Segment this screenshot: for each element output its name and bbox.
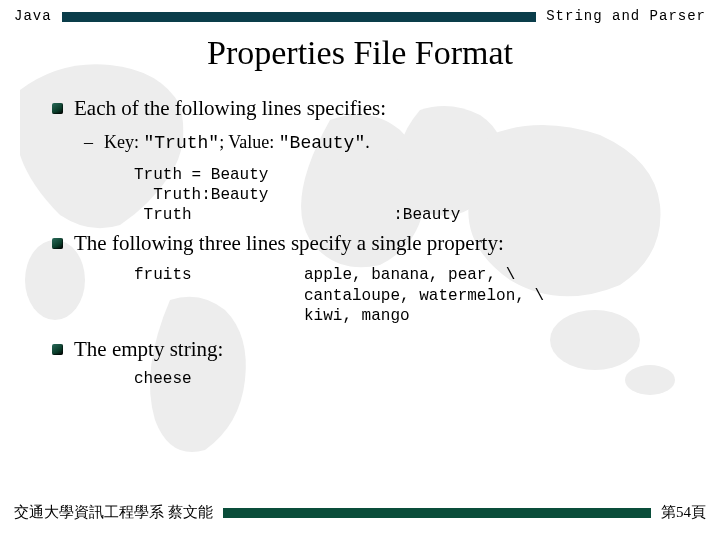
- bullet-3-text: The empty string:: [74, 337, 223, 361]
- bullet-1: Each of the following lines specifies: K…: [74, 94, 690, 225]
- code-block-2: fruits apple, banana, pear, \ cantaloupe…: [134, 265, 690, 327]
- bullet-2-text: The following three lines specify a sing…: [74, 231, 504, 255]
- footer: 交通大學資訊工程學系 蔡文能 第54頁: [14, 503, 706, 522]
- sub-key-value: "Truth": [144, 133, 220, 153]
- header: Java String and Parser: [0, 0, 720, 24]
- bullet-1-sub: Key: "Truth"; Value: "Beauty".: [104, 129, 690, 157]
- page-title: Properties File Format: [0, 34, 720, 72]
- bullet-1-text: Each of the following lines specifies:: [74, 96, 386, 120]
- bullet-3: The empty string: cheese: [74, 335, 690, 388]
- header-left-label: Java: [14, 8, 52, 24]
- code2-left: fruits: [134, 265, 304, 327]
- sub-end: .: [365, 132, 370, 152]
- code-block-1: Truth = Beauty Truth:Beauty Truth :Beaut…: [134, 165, 690, 225]
- footer-left-text: 交通大學資訊工程學系 蔡文能: [14, 503, 213, 522]
- footer-right-text: 第54頁: [661, 503, 706, 522]
- code2-right: apple, banana, pear, \ cantaloupe, water…: [304, 265, 544, 327]
- code-block-3: cheese: [134, 369, 690, 389]
- footer-bar: [223, 508, 651, 518]
- header-right-label: String and Parser: [546, 8, 706, 24]
- bullet-list: Each of the following lines specifies: K…: [0, 94, 720, 389]
- header-bar: [62, 12, 537, 22]
- sub-key-label: Key:: [104, 132, 144, 152]
- sub-mid: ; Value:: [219, 132, 279, 152]
- bullet-2: The following three lines specify a sing…: [74, 229, 690, 327]
- sub-val-value: "Beauty": [279, 133, 365, 153]
